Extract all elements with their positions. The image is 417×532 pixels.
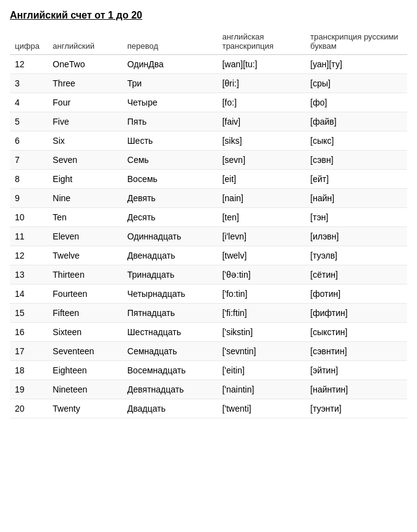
cell-transcription: [faiv] bbox=[217, 112, 306, 131]
cell-transcription: ['fi:ftin] bbox=[217, 304, 306, 323]
page-title: Английский счет от 1 до 20 bbox=[10, 10, 407, 21]
cell-english: Sixteen bbox=[48, 323, 122, 342]
cell-translation: Семь bbox=[122, 151, 217, 170]
table-row: 4FourЧетыре[fo:][фо] bbox=[10, 93, 407, 112]
cell-english: Thirteen bbox=[48, 265, 122, 285]
cell-russian: [сыкстин] bbox=[305, 323, 407, 342]
table-row: 20TwentyДвадцать['twenti][туэнти] bbox=[10, 399, 407, 418]
cell-transcription: ['sikstin] bbox=[217, 323, 306, 342]
table-row: 3ThreeТри[θri:][сры] bbox=[10, 74, 407, 93]
cell-english: Eight bbox=[48, 170, 122, 189]
table-row: 17SeventeenСемнадцать['sevntin][сэвнтин] bbox=[10, 342, 407, 361]
numbers-table: цифра английский перевод английская тран… bbox=[10, 28, 407, 418]
cell-transcription: ['fo:tin] bbox=[217, 285, 306, 304]
header-digit: цифра bbox=[10, 28, 48, 55]
cell-russian: [файв] bbox=[305, 112, 407, 131]
table-row: 12OneTwoОдинДва[wan][tu:][уан][ту] bbox=[10, 55, 407, 74]
table-row: 5FiveПять[faiv][файв] bbox=[10, 112, 407, 131]
cell-digit: 18 bbox=[10, 361, 48, 380]
cell-transcription: [nain] bbox=[217, 189, 306, 208]
cell-transcription: [fo:] bbox=[217, 93, 306, 112]
cell-translation: Семнадцать bbox=[122, 342, 217, 361]
table-row: 9NineДевять[nain][найн] bbox=[10, 189, 407, 208]
table-row: 12TwelveДвенадцать[twelv][туэлв] bbox=[10, 246, 407, 265]
cell-digit: 11 bbox=[10, 227, 48, 246]
cell-digit: 13 bbox=[10, 265, 48, 285]
cell-transcription: [twelv] bbox=[217, 246, 306, 265]
cell-translation: Восемь bbox=[122, 170, 217, 189]
cell-digit: 14 bbox=[10, 285, 48, 304]
cell-russian: [фифтин] bbox=[305, 304, 407, 323]
cell-russian: [ейт] bbox=[305, 170, 407, 189]
cell-translation: Четыре bbox=[122, 93, 217, 112]
cell-translation: Двенадцать bbox=[122, 246, 217, 265]
cell-translation: Восемнадцать bbox=[122, 361, 217, 380]
cell-russian: [найнтин] bbox=[305, 380, 407, 399]
cell-translation: Девять bbox=[122, 189, 217, 208]
cell-english: Four bbox=[48, 93, 122, 112]
cell-english: Eleven bbox=[48, 227, 122, 246]
cell-digit: 10 bbox=[10, 208, 48, 227]
table-row: 7SevenСемь[sevn][сэвн] bbox=[10, 151, 407, 170]
header-english: английский bbox=[48, 28, 122, 55]
table-row: 15FifteenПятнадцать['fi:ftin][фифтин] bbox=[10, 304, 407, 323]
cell-transcription: [θri:] bbox=[217, 74, 306, 93]
cell-translation: Три bbox=[122, 74, 217, 93]
cell-english: Nineteen bbox=[48, 380, 122, 399]
table-row: 18EighteenВосемнадцать['eitin][эйтин] bbox=[10, 361, 407, 380]
cell-transcription: [eit] bbox=[217, 170, 306, 189]
table-row: 14FourteenЧетырнадцать['fo:tin][фотин] bbox=[10, 285, 407, 304]
cell-transcription: [sevn] bbox=[217, 151, 306, 170]
header-translation: перевод bbox=[122, 28, 217, 55]
cell-digit: 5 bbox=[10, 112, 48, 131]
cell-translation: ОдинДва bbox=[122, 55, 217, 74]
cell-digit: 12 bbox=[10, 246, 48, 265]
cell-english: Twenty bbox=[48, 399, 122, 418]
cell-english: OneTwo bbox=[48, 55, 122, 74]
cell-english: Fourteen bbox=[48, 285, 122, 304]
cell-digit: 12 bbox=[10, 55, 48, 74]
cell-transcription: ['twenti] bbox=[217, 399, 306, 418]
cell-english: Three bbox=[48, 74, 122, 93]
cell-russian: [найн] bbox=[305, 189, 407, 208]
cell-translation: Пятнадцать bbox=[122, 304, 217, 323]
table-row: 13ThirteenТринадцать['θə:tin][сётин] bbox=[10, 265, 407, 285]
cell-english: Seven bbox=[48, 151, 122, 170]
cell-translation: Десять bbox=[122, 208, 217, 227]
header-transcription: английская транскрипция bbox=[217, 28, 306, 55]
cell-english: Seventeen bbox=[48, 342, 122, 361]
cell-digit: 17 bbox=[10, 342, 48, 361]
cell-russian: [илэвн] bbox=[305, 227, 407, 246]
cell-translation: Четырнадцать bbox=[122, 285, 217, 304]
cell-russian: [сэвнтин] bbox=[305, 342, 407, 361]
table-row: 11ElevenОдиннадцать[i'levn][илэвн] bbox=[10, 227, 407, 246]
cell-transcription: ['naintin] bbox=[217, 380, 306, 399]
cell-digit: 6 bbox=[10, 131, 48, 151]
header-russian: транскрипция русскими буквам bbox=[305, 28, 407, 55]
cell-transcription: [ten] bbox=[217, 208, 306, 227]
cell-english: Twelve bbox=[48, 246, 122, 265]
cell-english: Nine bbox=[48, 189, 122, 208]
cell-russian: [эйтин] bbox=[305, 361, 407, 380]
table-row: 19NineteenДевятнадцать['naintin][найнтин… bbox=[10, 380, 407, 399]
table-row: 8EightВосемь[eit][ейт] bbox=[10, 170, 407, 189]
cell-digit: 7 bbox=[10, 151, 48, 170]
cell-digit: 16 bbox=[10, 323, 48, 342]
cell-english: Eighteen bbox=[48, 361, 122, 380]
cell-russian: [туэнти] bbox=[305, 399, 407, 418]
cell-digit: 20 bbox=[10, 399, 48, 418]
cell-russian: [сётин] bbox=[305, 265, 407, 285]
cell-russian: [фо] bbox=[305, 93, 407, 112]
table-row: 10TenДесять[ten][тэн] bbox=[10, 208, 407, 227]
cell-translation: Одиннадцать bbox=[122, 227, 217, 246]
cell-transcription: ['θə:tin] bbox=[217, 265, 306, 285]
cell-translation: Тринадцать bbox=[122, 265, 217, 285]
cell-english: Five bbox=[48, 112, 122, 131]
cell-digit: 4 bbox=[10, 93, 48, 112]
cell-digit: 8 bbox=[10, 170, 48, 189]
cell-russian: [сэвн] bbox=[305, 151, 407, 170]
cell-transcription: ['sevntin] bbox=[217, 342, 306, 361]
cell-translation: Двадцать bbox=[122, 399, 217, 418]
cell-transcription: [i'levn] bbox=[217, 227, 306, 246]
cell-translation: Шестнадцать bbox=[122, 323, 217, 342]
